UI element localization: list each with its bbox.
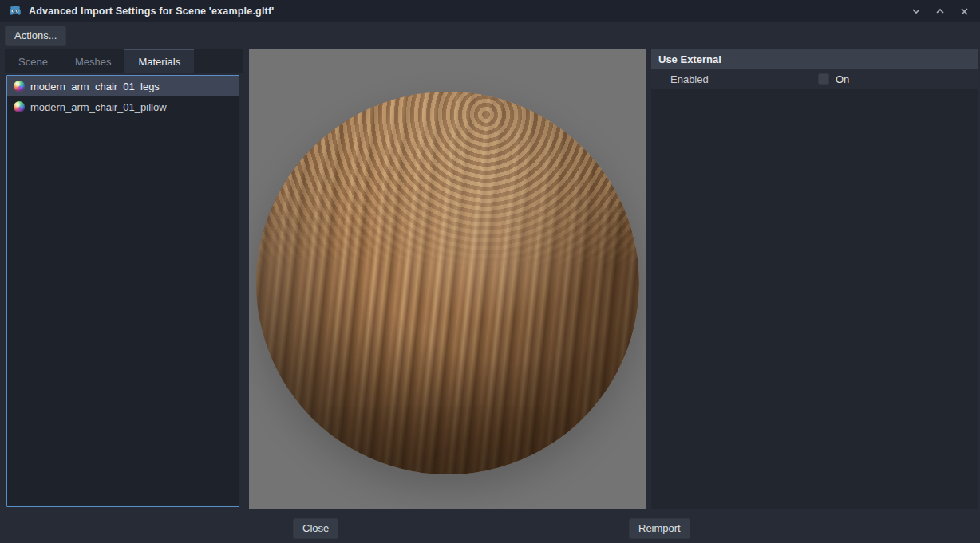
actions-button[interactable]: Actions... <box>5 26 66 46</box>
wood-material-preview-sphere <box>256 92 639 474</box>
tab-scene[interactable]: Scene <box>5 49 61 73</box>
materials-list[interactable]: modern_arm_chair_01_legs modern_arm_chai… <box>6 75 239 507</box>
enabled-label: Enabled <box>658 73 818 85</box>
import-tabs: Scene Meshes Materials <box>5 49 243 73</box>
enabled-value: On <box>818 73 849 85</box>
enabled-checkbox-label: On <box>836 73 849 85</box>
reimport-button[interactable]: Reimport <box>629 518 690 539</box>
tab-meshes[interactable]: Meshes <box>61 49 125 73</box>
material-name: modern_arm_chair_01_pillow <box>30 101 167 113</box>
window-menu-chevron-down-icon[interactable] <box>910 5 923 18</box>
window-title: Advanced Import Settings for Scene 'exam… <box>29 6 274 17</box>
property-row-enabled: Enabled On <box>651 69 978 89</box>
menu-bar: Actions... <box>0 22 980 49</box>
close-button[interactable]: Close <box>293 518 338 539</box>
advanced-import-settings-dialog: Advanced Import Settings for Scene 'exam… <box>0 0 980 543</box>
enabled-checkbox[interactable] <box>818 73 829 85</box>
maximize-chevron-up-icon[interactable] <box>934 5 946 18</box>
list-item[interactable]: modern_arm_chair_01_pillow <box>7 96 239 117</box>
close-window-icon[interactable] <box>958 5 970 18</box>
material-name: modern_arm_chair_01_legs <box>30 81 160 92</box>
dialog-footer: Close Reimport <box>0 509 980 543</box>
window-controls <box>910 5 974 18</box>
inspector-panel: Use External Enabled On <box>651 49 978 509</box>
material-sphere-icon <box>14 81 25 92</box>
tab-materials[interactable]: Materials <box>124 49 194 73</box>
godot-logo-icon <box>8 4 22 18</box>
material-sphere-icon <box>14 101 25 112</box>
section-use-external[interactable]: Use External <box>651 49 978 69</box>
material-preview-viewport[interactable] <box>249 49 646 509</box>
title-bar: Advanced Import Settings for Scene 'exam… <box>0 0 980 22</box>
list-item[interactable]: modern_arm_chair_01_legs <box>7 76 239 96</box>
